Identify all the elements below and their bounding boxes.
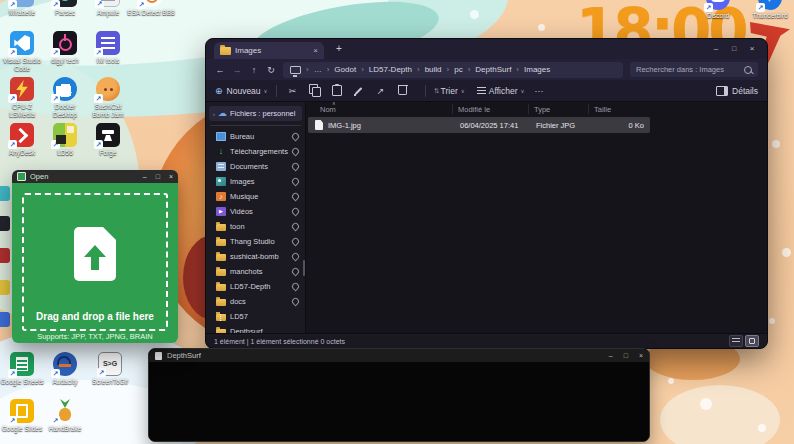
desktop-icon-google-slides[interactable]: Google Slides bbox=[0, 399, 44, 433]
maximize-button[interactable]: □ bbox=[624, 352, 628, 359]
partial-desktop-icon[interactable] bbox=[0, 216, 10, 231]
close-button[interactable] bbox=[745, 43, 759, 55]
desktop-icon-ld56[interactable]: LD56 bbox=[43, 123, 87, 157]
sidebar-item-musique[interactable]: Musique bbox=[206, 189, 305, 204]
open-dialog-titlebar[interactable]: Open – □ × bbox=[12, 170, 178, 183]
new-tab-button[interactable] bbox=[332, 42, 346, 56]
desktop-icon-audacity[interactable]: Audacity bbox=[43, 352, 87, 386]
status-text: 1 élément | 1 élément sélectionné 0 octe… bbox=[214, 338, 345, 345]
desktop-icon-parsec[interactable]: Parsec bbox=[43, 0, 87, 17]
desktop-icon-forge[interactable]: Forge bbox=[86, 123, 130, 157]
minimize-button[interactable]: – bbox=[609, 352, 613, 359]
sidebar-item-telechargements[interactable]: Téléchargements bbox=[206, 144, 305, 159]
column-header-taille[interactable]: Taille bbox=[594, 105, 611, 114]
breadcrumb-item[interactable]: DepthSurf bbox=[475, 65, 511, 74]
details-pane-button[interactable]: Détails bbox=[716, 86, 758, 96]
desktop-icon-vscode[interactable]: Visual Studio Code bbox=[0, 31, 44, 72]
breadcrumb-item[interactable]: build bbox=[425, 65, 442, 74]
desktop-icon-discord[interactable]: Discord bbox=[696, 0, 740, 20]
partial-desktop-icon[interactable] bbox=[0, 280, 10, 295]
sidebar-scrollbar[interactable] bbox=[303, 260, 305, 276]
partial-desktop-icon[interactable] bbox=[0, 312, 10, 327]
shortcut-arrow-icon bbox=[8, 0, 17, 9]
desktop-icon-label: Thunderbird bbox=[752, 12, 787, 20]
explorer-sidebar: Fichiers : personnel Bureau Téléchargeme… bbox=[206, 102, 306, 334]
breadcrumb[interactable]: … Godot LD57-Depth build pc DepthSurf Im… bbox=[283, 62, 623, 78]
details-view-toggle[interactable] bbox=[729, 335, 743, 347]
desktop-icon-im-tools[interactable]: IM tools bbox=[86, 31, 130, 65]
sidebar-item-docs[interactable]: docs bbox=[206, 294, 305, 309]
tab-close-icon[interactable] bbox=[313, 46, 318, 55]
close-button[interactable]: × bbox=[639, 352, 643, 359]
rename-button[interactable] bbox=[351, 83, 367, 99]
view-button[interactable]: Afficher bbox=[477, 86, 525, 96]
sidebar-item-documents[interactable]: Documents bbox=[206, 159, 305, 174]
explorer-tab-images[interactable]: Images bbox=[214, 42, 324, 59]
desktop-icon-screentogif[interactable]: S>G ScreenToGif bbox=[88, 352, 132, 386]
desktop-icon-mirabelle[interactable]: Mirabelle bbox=[0, 0, 44, 17]
refresh-button[interactable] bbox=[266, 65, 276, 75]
desktop-icon-docker[interactable]: Docker Desktop bbox=[43, 77, 87, 118]
more-options-button[interactable]: ⋯ bbox=[535, 86, 545, 96]
desktop-icon-thunderbird[interactable]: Thunderbird bbox=[748, 0, 792, 20]
console-output[interactable] bbox=[149, 362, 649, 441]
maximize-button[interactable]: □ bbox=[156, 173, 160, 180]
console-titlebar[interactable]: DepthSurf – □ × bbox=[149, 349, 649, 362]
up-button[interactable] bbox=[249, 65, 259, 75]
chevron-down-icon bbox=[520, 88, 524, 94]
drop-zone[interactable]: Drag and drop a file here Supports: JPP,… bbox=[22, 193, 168, 331]
file-size: 0 Ko bbox=[616, 121, 644, 130]
desktop-icon-cpuz[interactable]: CPU-Z LSMedia bbox=[0, 77, 44, 118]
forward-button[interactable] bbox=[232, 65, 242, 75]
column-header-modifie[interactable]: Modifié le bbox=[458, 105, 490, 114]
jpg-file-icon bbox=[315, 120, 323, 130]
sidebar-item-bureau[interactable]: Bureau bbox=[206, 129, 305, 144]
desktop-icon-label: Forge bbox=[100, 149, 117, 157]
desktop-icon-digyl-tech[interactable]: digyl tech bbox=[43, 31, 87, 65]
music-icon bbox=[216, 192, 226, 201]
desktop-icon-anydesk[interactable]: AnyDesk bbox=[0, 123, 44, 157]
breadcrumb-overflow[interactable]: … bbox=[314, 65, 322, 74]
breadcrumb-item[interactable]: LD57-Depth bbox=[369, 65, 412, 74]
minimize-button[interactable]: – bbox=[143, 173, 147, 180]
folder-icon bbox=[216, 284, 226, 291]
this-pc-icon[interactable] bbox=[290, 66, 301, 74]
column-header-nom[interactable]: Nom bbox=[320, 105, 336, 114]
sidebar-item-videos[interactable]: Vidéos bbox=[206, 204, 305, 219]
breadcrumb-item[interactable]: pc bbox=[454, 65, 462, 74]
desktop-icon-label: HandBrake bbox=[49, 425, 82, 433]
desktop-icon-handbrake[interactable]: HandBrake bbox=[43, 399, 87, 433]
sidebar-item-manchots[interactable]: manchots bbox=[206, 264, 305, 279]
desktop-icon-google-sheets[interactable]: Google Sheets bbox=[0, 352, 44, 386]
delete-button[interactable] bbox=[395, 83, 411, 99]
desktop-icon-esa-detect-bb8[interactable]: ESA Detect BB8 bbox=[129, 0, 173, 17]
desktop-icon-ampule[interactable]: Ampule bbox=[86, 0, 130, 17]
file-row-selected[interactable]: IMG-1.jpg 06/04/2025 17:41 Fichier JPG 0… bbox=[308, 117, 650, 133]
sort-button[interactable]: Trier bbox=[434, 86, 465, 96]
breadcrumb-item[interactable]: Godot bbox=[334, 65, 356, 74]
paste-button[interactable] bbox=[329, 83, 345, 99]
icons-view-toggle[interactable] bbox=[745, 335, 759, 347]
column-header-type[interactable]: Type bbox=[534, 105, 550, 114]
sidebar-item-ld57-depth[interactable]: LD57-Depth bbox=[206, 279, 305, 294]
breadcrumb-item-current[interactable]: Images bbox=[524, 65, 550, 74]
partial-desktop-icon[interactable] bbox=[0, 186, 10, 201]
cut-button[interactable] bbox=[285, 83, 301, 99]
close-button[interactable]: × bbox=[169, 173, 173, 180]
new-button[interactable]: ⊕ Nouveau bbox=[215, 86, 268, 96]
minimize-button[interactable] bbox=[709, 43, 723, 55]
sidebar-item-images[interactable]: Images bbox=[206, 174, 305, 189]
partial-desktop-icon[interactable] bbox=[0, 248, 10, 263]
sidebar-item-thang-studio[interactable]: Thang Studio bbox=[206, 234, 305, 249]
sidebar-item-sushicat-bomb[interactable]: sushicat-bomb bbox=[206, 249, 305, 264]
copy-button[interactable] bbox=[307, 83, 323, 99]
sidebar-item-toon[interactable]: toon bbox=[206, 219, 305, 234]
back-button[interactable] bbox=[215, 65, 225, 75]
desktop-icon-sushicat[interactable]: SushiCat Bomb Jam bbox=[86, 77, 130, 118]
share-button[interactable] bbox=[373, 83, 389, 99]
maximize-button[interactable] bbox=[727, 43, 741, 55]
search-input[interactable]: Rechercher dans : Images bbox=[630, 62, 758, 77]
sidebar-item-home[interactable]: Fichiers : personnel bbox=[209, 106, 302, 121]
sidebar-item-ld57[interactable]: LD57 bbox=[206, 309, 305, 324]
chevron-right-icon bbox=[327, 65, 330, 74]
